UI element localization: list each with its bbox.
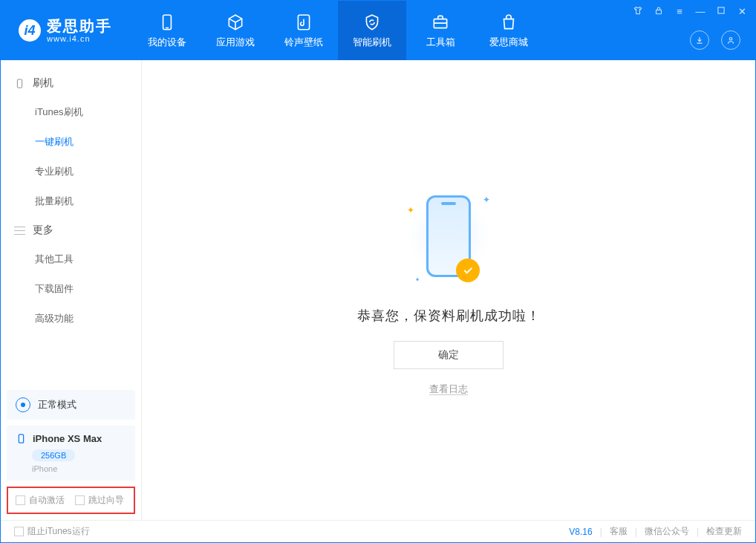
briefcase-icon [431,13,450,32]
support-link[interactable]: 客服 [610,525,628,538]
footer: 阻止iTunes运行 V8.16 | 客服 | 微信公众号 | 检查更新 [1,520,755,542]
svg-point-6 [729,38,732,41]
view-log-link[interactable]: 查看日志 [429,383,468,396]
svg-rect-8 [19,435,23,443]
shirt-icon[interactable] [632,5,644,18]
checkbox-icon [75,495,85,505]
music-file-icon [294,13,313,32]
checkbox-auto-activate[interactable]: 自动激活 [16,494,65,507]
sidebar-item-itunes-flash[interactable]: iTunes刷机 [1,97,141,127]
body: 刷机 iTunes刷机 一键刷机 专业刷机 批量刷机 更多 其他工具 下载固件 … [1,60,755,520]
main-content: ✦ ✦ • 恭喜您，保资料刷机成功啦！ 确定 查看日志 [142,60,755,520]
mode-label: 正常模式 [38,398,76,412]
sidebar-bottom: 正常模式 iPhone XS Max 256GB iPhone 自动激活 跳过向… [1,384,141,520]
tab-my-device[interactable]: 我的设备 [133,1,201,60]
footer-right: V8.16 | 客服 | 微信公众号 | 检查更新 [569,525,742,538]
maximize-button[interactable] [715,5,727,18]
tab-ringtones-wallpapers[interactable]: 铃声壁纸 [270,1,338,60]
checkbox-skip-guide[interactable]: 跳过向导 [75,494,124,507]
close-button[interactable]: ✕ [736,6,748,17]
checkbox-icon [14,527,24,536]
device-card[interactable]: iPhone XS Max 256GB iPhone [7,426,135,481]
mode-icon [16,397,30,412]
tab-toolbox[interactable]: 工具箱 [406,1,475,60]
phone-icon [157,13,177,32]
check-update-link[interactable]: 检查更新 [706,525,742,538]
checkbox-block-itunes[interactable]: 阻止iTunes运行 [14,525,90,538]
header: i4 爱思助手 www.i4.cn 我的设备 应用游戏 铃声壁纸 智能刷机 工具… [1,1,755,60]
svg-rect-7 [17,79,22,87]
minimize-button[interactable]: — [694,6,706,17]
list-icon [14,225,25,236]
user-button[interactable] [721,30,740,50]
wechat-link[interactable]: 微信公众号 [645,525,689,538]
app-title: 爱思助手 [47,18,112,34]
sidebar-item-oneclick-flash[interactable]: 一键刷机 [1,127,141,157]
success-message: 恭喜您，保资料刷机成功啦！ [357,307,541,325]
checkbox-icon [16,495,25,505]
sidebar-group-flash: 刷机 [1,69,141,97]
device-storage: 256GB [32,449,75,461]
svg-rect-5 [718,7,724,13]
tab-apps-games[interactable]: 应用游戏 [201,1,270,60]
top-tabs: 我的设备 应用游戏 铃声壁纸 智能刷机 工具箱 爱思商城 [133,1,543,60]
menu-icon[interactable]: ≡ [674,6,685,17]
sidebar-group-more: 更多 [1,216,141,244]
download-button[interactable] [690,30,709,50]
phone-small-icon [14,78,25,89]
device-name: iPhone XS Max [33,433,102,444]
success-check-icon [456,259,480,282]
window-controls: ≡ — ✕ [632,5,748,18]
account-controls [690,30,740,50]
shield-refresh-icon [362,13,382,32]
tab-smart-flash[interactable]: 智能刷机 [338,1,406,60]
app-subtitle: www.i4.cn [47,34,112,43]
mode-card[interactable]: 正常模式 [7,390,135,420]
cube-icon [226,13,245,32]
logo-icon: i4 [19,19,41,42]
svg-rect-4 [656,10,662,13]
sparkle-icon: ✦ [407,205,414,215]
logo[interactable]: i4 爱思助手 www.i4.cn [1,1,126,60]
tab-store[interactable]: 爱思商城 [475,1,543,60]
device-type: iPhone [32,464,126,473]
confirm-button[interactable]: 确定 [394,341,504,369]
sidebar-item-batch-flash[interactable]: 批量刷机 [1,186,141,216]
sidebar-item-pro-flash[interactable]: 专业刷机 [1,157,141,186]
sidebar-scroll: 刷机 iTunes刷机 一键刷机 专业刷机 批量刷机 更多 其他工具 下载固件 … [1,60,141,384]
checkbox-row-highlighted: 自动激活 跳过向导 [7,487,135,514]
sidebar-item-download-firmware[interactable]: 下载固件 [1,274,141,304]
sidebar-item-advanced[interactable]: 高级功能 [1,304,141,334]
sparkle-icon: • [416,275,419,285]
device-phone-icon [16,433,27,444]
sidebar: 刷机 iTunes刷机 一键刷机 专业刷机 批量刷机 更多 其他工具 下载固件 … [1,60,142,520]
bag-icon [499,13,518,32]
sparkle-icon: ✦ [483,195,490,205]
sidebar-item-other-tools[interactable]: 其他工具 [1,244,141,274]
lock-icon[interactable] [653,5,665,18]
success-illustration: ✦ ✦ • [382,184,515,288]
version-label: V8.16 [569,527,592,537]
logo-text: 爱思助手 www.i4.cn [47,18,112,43]
